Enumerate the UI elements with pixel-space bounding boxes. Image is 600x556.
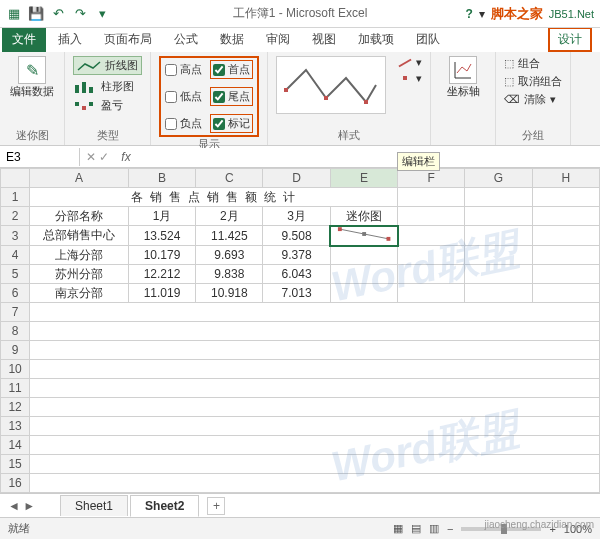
chk-low-point[interactable]: 低点	[165, 87, 202, 106]
sparkline-color-button[interactable]: ▾	[398, 56, 422, 69]
type-column-button[interactable]: 柱形图	[73, 79, 142, 94]
redo-icon[interactable]: ↷	[72, 6, 88, 22]
tab-design[interactable]: 设计	[548, 27, 592, 52]
add-sheet-button[interactable]: +	[207, 497, 225, 515]
chk-high-point[interactable]: 高点	[165, 60, 202, 79]
ungroup-button[interactable]: ⬚取消组合	[504, 74, 562, 89]
zoom-out-button[interactable]: −	[447, 523, 453, 535]
cell[interactable]: 9.508	[263, 226, 330, 246]
tab-view[interactable]: 视图	[302, 27, 346, 52]
sheet-nav-arrows[interactable]: ◄ ►	[8, 499, 35, 513]
cell[interactable]: 分部名称	[30, 207, 129, 226]
row-header[interactable]: 15	[1, 455, 30, 474]
tab-review[interactable]: 审阅	[256, 27, 300, 52]
cell[interactable]: 12.212	[128, 265, 195, 284]
row-header[interactable]: 11	[1, 379, 30, 398]
cell[interactable]: 9.378	[263, 246, 330, 265]
row-header[interactable]: 5	[1, 265, 30, 284]
col-header[interactable]: F	[398, 169, 465, 188]
cell[interactable]: 总部销售中心	[30, 226, 129, 246]
cell[interactable]: 6.043	[263, 265, 330, 284]
axis-button[interactable]: 坐标轴	[439, 56, 487, 99]
worksheet-grid[interactable]: A B C D E F G H 1 各 销 售 点 销 售 额 统 计 2 分部…	[0, 168, 600, 493]
tab-file[interactable]: 文件	[2, 27, 46, 52]
row-header[interactable]: 10	[1, 360, 30, 379]
row-header[interactable]: 13	[1, 417, 30, 436]
ribbon-options-icon[interactable]: ▾	[479, 7, 485, 21]
name-box[interactable]	[0, 148, 80, 166]
chk-first-point[interactable]: 首点	[213, 62, 250, 77]
winloss-chart-icon	[73, 100, 97, 112]
chk-markers[interactable]: 标记	[213, 116, 250, 131]
type-winloss-button[interactable]: 盈亏	[73, 98, 142, 113]
view-pagelayout-icon[interactable]: ▤	[411, 522, 421, 535]
tab-addins[interactable]: 加载项	[348, 27, 404, 52]
formula-bar[interactable]	[137, 148, 600, 166]
col-header[interactable]: G	[465, 169, 532, 188]
row-header[interactable]: 4	[1, 246, 30, 265]
col-header[interactable]: B	[128, 169, 195, 188]
cell[interactable]: 10.918	[196, 284, 263, 303]
chk-last-point[interactable]: 尾点	[213, 89, 250, 104]
cell[interactable]: 10.179	[128, 246, 195, 265]
row-header[interactable]: 6	[1, 284, 30, 303]
tab-formulas[interactable]: 公式	[164, 27, 208, 52]
row-header[interactable]: 12	[1, 398, 30, 417]
col-header[interactable]: H	[532, 169, 599, 188]
view-pagebreak-icon[interactable]: ▥	[429, 522, 439, 535]
row-header[interactable]: 9	[1, 341, 30, 360]
tab-insert[interactable]: 插入	[48, 27, 92, 52]
tab-data[interactable]: 数据	[210, 27, 254, 52]
group-grouping-label: 分组	[522, 128, 544, 143]
cell[interactable]: 迷你图	[330, 207, 397, 226]
cell[interactable]: 上海分部	[30, 246, 129, 265]
row-header[interactable]: 7	[1, 303, 30, 322]
sheet-tab-active[interactable]: Sheet2	[130, 495, 199, 517]
marker-color-button[interactable]: ▾	[398, 71, 422, 85]
row-header[interactable]: 16	[1, 474, 30, 493]
style-gallery[interactable]	[276, 56, 386, 114]
tab-team[interactable]: 团队	[406, 27, 450, 52]
clear-button[interactable]: ⌫清除 ▾	[504, 92, 556, 107]
save-icon[interactable]: 💾	[28, 6, 44, 22]
cell[interactable]: 1月	[128, 207, 195, 226]
col-header[interactable]: A	[30, 169, 129, 188]
sheet-tab[interactable]: Sheet1	[60, 495, 128, 516]
row-header[interactable]: 1	[1, 188, 30, 207]
edit-data-button[interactable]: ✎ 编辑数据	[8, 56, 56, 99]
cell[interactable]: 13.524	[128, 226, 195, 246]
cell[interactable]: 3月	[263, 207, 330, 226]
row-header[interactable]: 2	[1, 207, 30, 226]
col-header[interactable]: E	[330, 169, 397, 188]
group-style: ▾ ▾ 样式	[268, 52, 431, 145]
col-header[interactable]: C	[196, 169, 263, 188]
cell[interactable]: 南京分部	[30, 284, 129, 303]
cell[interactable]: 9.693	[196, 246, 263, 265]
row-header[interactable]: 3	[1, 226, 30, 246]
cell[interactable]: 7.013	[263, 284, 330, 303]
row-header[interactable]: 8	[1, 322, 30, 341]
cell[interactable]: 2月	[196, 207, 263, 226]
status-ready: 就绪	[8, 521, 30, 536]
qat-dropdown-icon[interactable]: ▾	[94, 6, 110, 22]
tab-page-layout[interactable]: 页面布局	[94, 27, 162, 52]
cell[interactable]: 11.425	[196, 226, 263, 246]
col-header[interactable]: D	[263, 169, 330, 188]
undo-icon[interactable]: ↶	[50, 6, 66, 22]
cell[interactable]: 苏州分部	[30, 265, 129, 284]
type-line-button[interactable]: 折线图	[73, 56, 142, 75]
group-button[interactable]: ⬚组合	[504, 56, 540, 71]
help-icon[interactable]: ?	[465, 7, 472, 21]
fx-buttons[interactable]: ✕ ✓	[80, 150, 115, 164]
title-cell[interactable]: 各 销 售 点 销 售 额 统 计	[30, 188, 398, 207]
svg-rect-10	[338, 227, 342, 231]
svg-rect-4	[82, 106, 86, 110]
cell[interactable]: 11.019	[128, 284, 195, 303]
chk-neg-point[interactable]: 负点	[165, 114, 202, 133]
cell[interactable]: 9.838	[196, 265, 263, 284]
row-header[interactable]: 14	[1, 436, 30, 455]
view-normal-icon[interactable]: ▦	[393, 522, 403, 535]
sparkline-cell[interactable]	[330, 226, 397, 246]
select-all-corner[interactable]	[1, 169, 30, 188]
fx-icon[interactable]: fx	[115, 150, 136, 164]
